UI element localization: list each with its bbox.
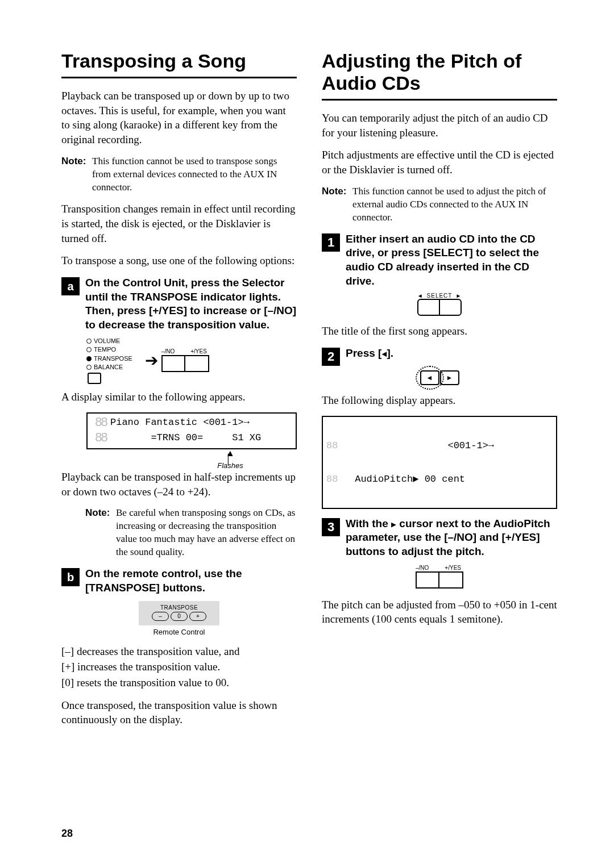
step-b-badge: b bbox=[61, 568, 80, 586]
remote-zero-button[interactable]: 0 bbox=[171, 612, 188, 621]
divider bbox=[322, 99, 557, 101]
yes-button[interactable] bbox=[439, 573, 462, 587]
led-tempo-icon bbox=[86, 347, 92, 352]
note-text: This function cannot be used to adjust t… bbox=[352, 185, 557, 224]
no-button[interactable] bbox=[163, 356, 185, 371]
step-1-head: Either insert an audio CD into the CD dr… bbox=[346, 232, 557, 289]
divider bbox=[61, 77, 297, 78]
left-para2: Transposition changes remain in effect u… bbox=[61, 202, 297, 245]
remote-desc-zero: [0] resets the transposition value to 00… bbox=[61, 675, 297, 690]
step-3-after: The pitch can be adjusted from –050 to +… bbox=[322, 598, 557, 627]
step-3-head: With the ▶ cursor next to the AudioPitch… bbox=[346, 517, 557, 559]
note-label: Note: bbox=[61, 155, 92, 194]
note-text: Be careful when transposing songs on CDs… bbox=[116, 507, 297, 559]
arrow-up-icon: ▲│ bbox=[226, 450, 235, 461]
step-b: b On the remote control, use the [TRANSP… bbox=[61, 567, 297, 595]
step-b-head: On the remote control, use the [TRANSPOS… bbox=[85, 567, 297, 595]
flashes-callout: ▲│ Flashes bbox=[164, 450, 297, 470]
right-para2: Pitch adjustments are effective until th… bbox=[322, 148, 557, 177]
step-a-head: On the Control Unit, press the Selector … bbox=[85, 276, 297, 332]
step-a: a On the Control Unit, press the Selecto… bbox=[61, 276, 297, 332]
note-label: Note: bbox=[85, 507, 116, 559]
triangle-right-icon bbox=[452, 293, 462, 299]
left-heading: Transposing a Song bbox=[61, 50, 297, 72]
selector-button[interactable] bbox=[88, 373, 101, 384]
yes-button[interactable] bbox=[185, 356, 208, 371]
yes-label: +/YES bbox=[190, 348, 207, 354]
left-intro: Playback can be transposed up or down by… bbox=[61, 89, 297, 147]
remote-minus-button[interactable]: – bbox=[152, 612, 169, 621]
lcd-display-transpose: 88Piano Fantastic <001-1>→ 88 =TRNS 00= … bbox=[86, 412, 297, 449]
lcd2-line2: AudioPitch▶ 00 cent bbox=[349, 474, 465, 485]
left-para3: To transpose a song, use one of the foll… bbox=[61, 253, 297, 268]
selector-led-list: VOLUME TEMPO TRANSPOSE BALANCE bbox=[86, 337, 132, 385]
segment-display-icon: 88 bbox=[91, 415, 110, 431]
right-heading: Adjusting the Pitch of Audio CDs bbox=[322, 50, 557, 94]
lcd-line1: Piano Fantastic <001-1>→ bbox=[110, 417, 250, 428]
note-label: Note: bbox=[322, 185, 352, 224]
lcd2-line1: <001-1>→ bbox=[349, 440, 494, 451]
step-b-final: Once transposed, the transposition value… bbox=[61, 698, 297, 727]
yes-label: +/YES bbox=[445, 565, 461, 571]
remote-control-diagram: TRANSPOSE – 0 + bbox=[139, 601, 219, 625]
led-balance-label: BALANCE bbox=[94, 363, 123, 372]
right-column: Adjusting the Pitch of Audio CDs You can… bbox=[322, 50, 557, 735]
led-volume-icon bbox=[86, 339, 92, 344]
page-number: 28 bbox=[61, 828, 73, 840]
remote-caption: Remote Control bbox=[61, 628, 297, 636]
led-balance-icon bbox=[86, 365, 92, 370]
no-button[interactable] bbox=[417, 573, 439, 587]
dotted-highlight-icon bbox=[416, 366, 444, 390]
no-yes-pair: –/NO +/YES bbox=[161, 348, 209, 373]
flashes-label: Flashes bbox=[217, 461, 243, 470]
step-2-head-post: ]. bbox=[387, 347, 393, 359]
triangle-left-icon bbox=[417, 293, 427, 299]
right-note-1: Note: This function cannot be used to ad… bbox=[322, 185, 557, 224]
step-a-badge: a bbox=[61, 277, 80, 295]
step-2: 2 Press [◄]. bbox=[322, 347, 557, 366]
select-left-button[interactable] bbox=[418, 300, 440, 315]
left-note-1: Note: This function cannot be used to tr… bbox=[61, 155, 297, 194]
step-2-after: The following display appears. bbox=[322, 393, 557, 408]
step-1-badge: 1 bbox=[322, 233, 340, 252]
step-2-head-pre: Press [ bbox=[346, 347, 381, 359]
cursor-button-diagram: ◄ ► bbox=[322, 370, 557, 385]
remote-desc-plus: [+] increases the transposition value. bbox=[61, 660, 297, 674]
lcd-display-audiopitch: 88 <001-1>→ 88 AudioPitch▶ 00 cent bbox=[322, 416, 557, 509]
step-a-afterpara: A display similar to the following appea… bbox=[61, 390, 297, 404]
arrow-right-icon: ➔ bbox=[145, 351, 158, 370]
left-column: Transposing a Song Playback can be trans… bbox=[61, 50, 297, 735]
step-a-afterlcd: Playback can be transposed in half-step … bbox=[61, 470, 297, 499]
led-tempo-label: TEMPO bbox=[94, 345, 116, 354]
no-label: –/NO bbox=[161, 348, 175, 354]
step-3-badge: 3 bbox=[322, 518, 340, 536]
step-1: 1 Either insert an audio CD into the CD … bbox=[322, 232, 557, 289]
cursor-marker-icon: ▶ bbox=[391, 520, 396, 530]
step-3-head-pre: With the bbox=[346, 518, 391, 529]
led-transpose-label: TRANSPOSE bbox=[94, 354, 132, 363]
step-2-badge: 2 bbox=[322, 348, 340, 366]
no-label: –/NO bbox=[416, 565, 429, 571]
no-yes-pair-2: –/NO +/YES bbox=[322, 565, 557, 590]
step-1-after: The title of the first song appears. bbox=[322, 324, 557, 339]
lcd-line2: =TRNS 00= S1 XG bbox=[151, 432, 261, 443]
step-2-head: Press [◄]. bbox=[346, 347, 393, 361]
select-label: SELECT bbox=[427, 293, 453, 299]
remote-transpose-label: TRANSPOSE bbox=[143, 604, 215, 611]
segment-display-icon: 88 bbox=[326, 440, 349, 451]
remote-desc-minus: [–] decreases the transposition value, a… bbox=[61, 644, 297, 659]
step-3: 3 With the ▶ cursor next to the AudioPit… bbox=[322, 517, 557, 559]
led-volume-label: VOLUME bbox=[94, 337, 120, 345]
remote-plus-button[interactable]: + bbox=[189, 612, 206, 621]
note-text: This function cannot be used to transpos… bbox=[92, 155, 297, 194]
segment-display-icon: 88 bbox=[326, 474, 349, 485]
step-a-note: Note: Be careful when transposing songs … bbox=[85, 507, 297, 559]
led-transpose-icon bbox=[86, 356, 92, 361]
segment-display-icon: 88 bbox=[91, 431, 110, 446]
select-right-button[interactable] bbox=[440, 300, 460, 315]
right-intro: You can temporarily adjust the pitch of … bbox=[322, 111, 557, 140]
control-unit-diagram: VOLUME TEMPO TRANSPOSE BALANCE ➔ –/NO +/… bbox=[86, 337, 297, 385]
select-button-diagram: SELECT bbox=[322, 293, 557, 317]
